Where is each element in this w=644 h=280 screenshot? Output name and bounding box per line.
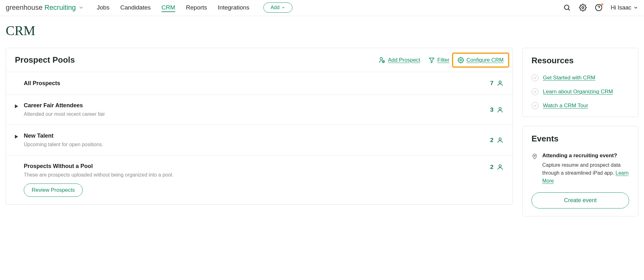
prospect-pools-actions: Add Prospect Filter Configure CRM [378, 57, 504, 64]
nav-candidates[interactable]: Candidates [120, 4, 151, 11]
prospect-pools-panel: Prospect Pools Add Prospect Filter Confi… [6, 48, 513, 205]
help-icon[interactable] [595, 4, 602, 11]
nav-crm[interactable]: CRM [162, 4, 175, 11]
nav-items: Jobs Candidates CRM Reports Integrations [97, 4, 249, 11]
pool-name: All Prospects [24, 80, 60, 87]
gear-icon [458, 57, 464, 63]
person-icon [497, 80, 504, 87]
pool-row-all-prospects[interactable]: All Prospects 7 [6, 72, 512, 95]
filter-link[interactable]: Filter [428, 57, 449, 63]
resources-title: Resources [531, 56, 629, 65]
resource-watch-tour[interactable]: Watch a CRM Tour [543, 103, 588, 109]
svg-point-15 [499, 138, 501, 140]
brand-text: greenhouse [6, 3, 42, 12]
chevron-down-icon [633, 5, 638, 10]
configure-highlight: Configure CRM [452, 53, 509, 68]
brand-switcher[interactable]: greenhouse Recruiting [6, 3, 84, 12]
add-button-label: Add [271, 5, 280, 10]
event-text: Capture resume and prospect data through… [542, 161, 629, 185]
event-block: Attending a recruiting event? Capture re… [531, 152, 629, 185]
svg-marker-14 [15, 135, 18, 139]
pool-desc: These are prospects uploaded without bei… [24, 172, 173, 178]
review-prospects-button[interactable]: Review Prospects [24, 184, 83, 197]
pool-name: Career Fair Attendees [24, 102, 105, 109]
pool-count: 2 [490, 164, 504, 171]
side-column: Resources Get Started with CRM Learn abo… [522, 48, 638, 225]
location-pin-icon [531, 152, 538, 160]
resource-learn-organizing[interactable]: Learn about Organizing CRM [543, 89, 613, 95]
create-event-button[interactable]: Create event [531, 192, 629, 208]
svg-point-2 [582, 7, 584, 9]
pool-count-value: 2 [490, 164, 493, 171]
add-prospect-link[interactable]: Add Prospect [378, 57, 420, 64]
resource-get-started[interactable]: Get Started with CRM [543, 75, 595, 81]
pool-row-career-fair[interactable]: Career Fair Attendees Attended our most … [6, 95, 512, 125]
caret-right-icon[interactable] [15, 104, 19, 108]
event-heading: Attending a recruiting event? [542, 152, 629, 159]
filter-icon [428, 57, 435, 63]
event-body: Capture resume and prospect data through… [542, 162, 621, 176]
nav-integrations[interactable]: Integrations [218, 4, 249, 11]
svg-point-11 [499, 81, 501, 83]
pool-count-value: 2 [490, 137, 493, 144]
check-circle-icon [531, 88, 538, 95]
check-circle-icon [531, 102, 538, 109]
resources-panel: Resources Get Started with CRM Learn abo… [522, 48, 638, 117]
user-menu[interactable]: Hi Isaac [611, 4, 638, 11]
pool-count: 7 [490, 80, 504, 87]
svg-marker-12 [15, 104, 18, 108]
svg-point-16 [499, 165, 501, 167]
person-plus-icon [378, 57, 385, 64]
pool-count: 3 [490, 106, 504, 113]
person-icon [497, 106, 504, 113]
page-title: CRM [0, 16, 644, 48]
user-greeting-label: Hi Isaac [611, 4, 631, 11]
pool-desc: Upcoming talent for open positions. [24, 142, 103, 147]
pool-name: Prospects Without a Pool [24, 163, 173, 170]
configure-crm-link[interactable]: Configure CRM [458, 57, 504, 63]
svg-point-10 [460, 59, 461, 61]
svg-point-5 [380, 57, 383, 59]
chevron-down-icon [78, 5, 84, 10]
svg-point-13 [499, 107, 501, 109]
page-body: Prospect Pools Add Prospect Filter Confi… [0, 48, 644, 235]
svg-marker-9 [429, 58, 434, 63]
brand-product: Recruiting [44, 3, 76, 12]
pool-count: 2 [490, 137, 504, 144]
pool-row-new-talent[interactable]: New Talent Upcoming talent for open posi… [6, 125, 512, 155]
pool-desc: Attended our most recent career fair [24, 111, 105, 117]
notification-dot [601, 3, 603, 6]
pool-row-without-pool[interactable]: Prospects Without a Pool These are prosp… [6, 155, 512, 204]
svg-point-17 [534, 155, 535, 156]
nav-jobs[interactable]: Jobs [97, 4, 109, 11]
top-nav: greenhouse Recruiting Jobs Candidates CR… [0, 0, 644, 16]
person-icon [497, 137, 504, 144]
resource-item: Get Started with CRM [531, 74, 629, 81]
configure-crm-label: Configure CRM [467, 57, 504, 63]
prospect-pools-header: Prospect Pools Add Prospect Filter Confi… [6, 48, 512, 72]
add-prospect-label: Add Prospect [388, 57, 420, 63]
add-button[interactable]: Add [263, 3, 293, 13]
events-title: Events [531, 134, 629, 144]
caret-right-icon[interactable] [15, 135, 19, 139]
svg-point-0 [564, 5, 569, 9]
person-icon [497, 164, 504, 171]
prospect-pools-title: Prospect Pools [15, 55, 75, 65]
events-panel: Events Attending a recruiting event? Cap… [522, 126, 638, 216]
filter-label: Filter [437, 57, 449, 63]
pool-count-value: 7 [490, 80, 493, 87]
resource-item: Learn about Organizing CRM [531, 88, 629, 95]
check-circle-icon [531, 74, 538, 81]
nav-reports[interactable]: Reports [186, 4, 207, 11]
pool-name: New Talent [24, 133, 103, 139]
resource-item: Watch a CRM Tour [531, 102, 629, 109]
search-icon[interactable] [563, 4, 571, 11]
main-column: Prospect Pools Add Prospect Filter Confi… [6, 48, 513, 205]
pool-count-value: 3 [490, 106, 493, 113]
topnav-right: Hi Isaac [563, 4, 638, 11]
chevron-down-icon [281, 6, 285, 9]
gear-icon[interactable] [579, 4, 587, 11]
svg-line-1 [568, 9, 570, 11]
